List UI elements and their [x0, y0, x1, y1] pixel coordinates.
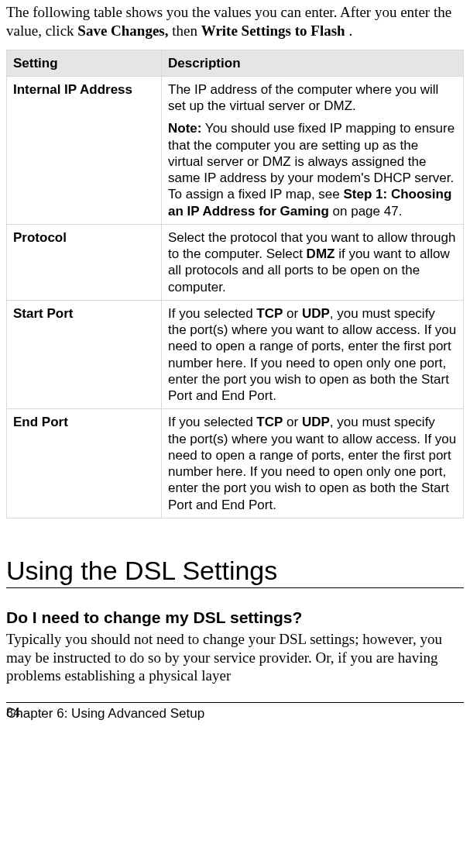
desc-tcp: TCP — [256, 306, 283, 321]
setting-description: If you selected TCP or UDP, you must spe… — [162, 409, 464, 518]
setting-description: The IP address of the computer where you… — [162, 76, 464, 224]
desc-udp: UDP — [302, 306, 330, 321]
intro-bold-2: Write Settings to Flash — [201, 22, 345, 39]
setting-name: Internal IP Address — [7, 76, 162, 224]
desc-or: or — [283, 306, 302, 321]
note-text-b: on page 47. — [329, 204, 403, 219]
intro-bold-1: Save Changes, — [77, 22, 168, 39]
table-row: End Port If you selected TCP or UDP, you… — [7, 409, 464, 518]
desc-p1: If you selected TCP or UDP, you must spe… — [168, 414, 457, 513]
desc-note: Note: You should use fixed IP mapping to… — [168, 120, 457, 219]
desc-tcp: TCP — [256, 415, 283, 429]
setting-name: End Port — [7, 409, 162, 518]
setting-description: Select the protocol that you want to all… — [162, 224, 464, 300]
table-row: Protocol Select the protocol that you wa… — [7, 224, 464, 300]
desc-text-a: If you selected — [168, 306, 256, 321]
desc-or: or — [283, 415, 302, 429]
subheading: Do I need to change my DSL settings? — [6, 608, 464, 627]
footer-rule — [6, 702, 464, 703]
table-row: Internal IP Address The IP address of th… — [7, 76, 464, 224]
intro-text-mid: then — [172, 22, 201, 39]
settings-table: Setting Description Internal IP Address … — [6, 50, 464, 518]
chapter-label: Chapter 6: Using Advanced Setup — [6, 706, 204, 722]
desc-udp: UDP — [302, 415, 330, 429]
desc-p1: If you selected TCP or UDP, you must spe… — [168, 305, 457, 405]
desc-text-a: If you selected — [168, 415, 256, 429]
note-label: Note: — [168, 121, 201, 136]
intro-text-end: . — [348, 22, 352, 39]
setting-description: If you selected TCP or UDP, you must spe… — [162, 300, 464, 409]
setting-name: Protocol — [7, 224, 162, 300]
desc-p1: Select the protocol that you want to all… — [168, 229, 457, 295]
intro-paragraph: The following table shows you the values… — [6, 3, 464, 40]
table-row: Start Port If you selected TCP or UDP, y… — [7, 300, 464, 409]
section-heading: Using the DSL Settings — [6, 556, 464, 588]
desc-p1: The IP address of the computer where you… — [168, 81, 457, 115]
body-paragraph: Typically you should not need to change … — [6, 630, 464, 685]
page-number: 84 — [6, 706, 20, 720]
th-description: Description — [162, 50, 464, 76]
th-setting: Setting — [7, 50, 162, 76]
setting-name: Start Port — [7, 300, 162, 409]
table-header-row: Setting Description — [7, 50, 464, 76]
page-footer: Chapter 6: Using Advanced Setup 84 — [6, 706, 464, 723]
desc-bold: DMZ — [307, 246, 335, 261]
